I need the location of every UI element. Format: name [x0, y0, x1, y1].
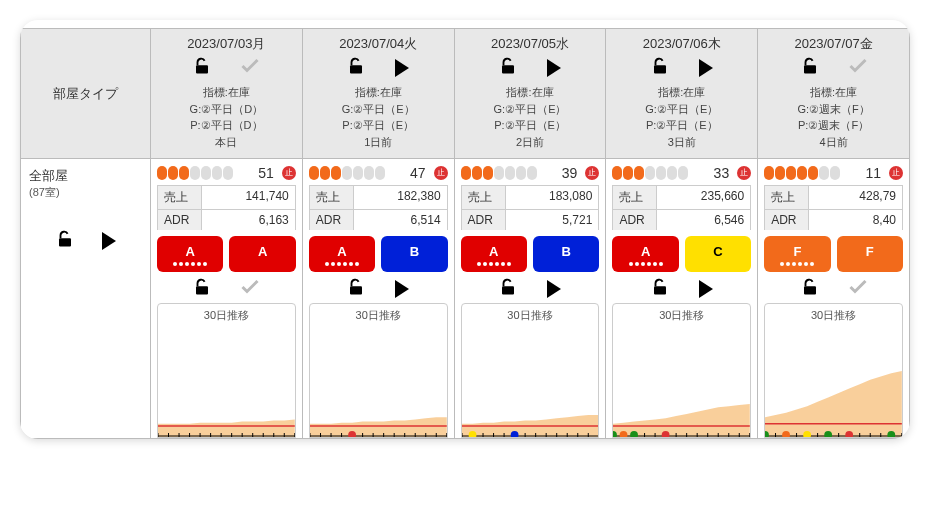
stop-badge[interactable]: 止: [889, 166, 903, 180]
grade-badge-2[interactable]: A: [229, 236, 295, 272]
unlock-icon[interactable]: [193, 278, 211, 299]
occupancy-pill: [353, 166, 363, 180]
trend-chart: 30日推移: [612, 303, 751, 438]
header-roomtype: 部屋タイプ: [21, 29, 151, 159]
stop-badge[interactable]: 止: [585, 166, 599, 180]
occupancy-pills: [764, 166, 840, 180]
unlock-icon[interactable]: [499, 278, 517, 299]
stop-badge[interactable]: 止: [737, 166, 751, 180]
sales-value: 182,380: [354, 186, 447, 209]
occupancy-pill: [483, 166, 493, 180]
occupancy-pill: [645, 166, 655, 180]
col-date: 2023/07/03月: [155, 35, 298, 53]
inventory-number: 51: [258, 165, 276, 181]
occupancy-pill: [168, 166, 178, 180]
unlock-icon[interactable]: [347, 57, 365, 78]
occupancy-pill: [764, 166, 774, 180]
occupancy-pill: [678, 166, 688, 180]
trend-label: 30日推移: [613, 304, 750, 327]
check-icon[interactable]: [241, 280, 259, 297]
col-header-4: 2023/07/07金指標:在庫G:②週末（F）P:②週末（F）4日前: [758, 29, 910, 159]
grade-badge-2[interactable]: B: [381, 236, 447, 272]
sales-row: 売上141,740: [157, 185, 296, 209]
adr-value: 8,40: [809, 210, 902, 230]
occupancy-pill: [494, 166, 504, 180]
sales-label: 売上: [310, 186, 354, 209]
inventory-number: 39: [562, 165, 580, 181]
occupancy-pill: [612, 166, 622, 180]
header-roomtype-label: 部屋タイプ: [53, 86, 118, 101]
stop-badge[interactable]: 止: [434, 166, 448, 180]
dashboard-panel: 部屋タイプ 2023/07/03月指標:在庫G:②平日（D）P:②平日（D）本日…: [20, 20, 910, 439]
check-icon[interactable]: [849, 280, 867, 297]
col-header-1: 2023/07/04火指標:在庫G:②平日（E）P:②平日（E）1日前: [302, 29, 454, 159]
adr-label: ADR: [765, 210, 809, 230]
inventory-table: 部屋タイプ 2023/07/03月指標:在庫G:②平日（D）P:②平日（D）本日…: [20, 28, 910, 439]
occupancy-pill: [623, 166, 633, 180]
grade-badge-2[interactable]: B: [533, 236, 599, 272]
occupancy-pill: [797, 166, 807, 180]
play-icon[interactable]: [699, 280, 713, 298]
col-meta: 指標:在庫G:②平日（E）P:②平日（E）1日前: [307, 84, 450, 150]
cell-3: 33止売上235,660ADR6,546AC30日推移: [606, 159, 758, 439]
sales-row: 売上235,660: [612, 185, 751, 209]
occupancy-pill: [331, 166, 341, 180]
col-header-2: 2023/07/05水指標:在庫G:②平日（E）P:②平日（E）2日前: [454, 29, 606, 159]
grade-badge-1[interactable]: A: [461, 236, 527, 272]
play-icon[interactable]: [547, 280, 561, 298]
unlock-icon[interactable]: [499, 57, 517, 78]
room-name: 全部屋: [29, 167, 142, 185]
unlock-icon[interactable]: [801, 57, 819, 78]
check-icon[interactable]: [241, 59, 259, 76]
occupancy-pill: [309, 166, 319, 180]
play-icon[interactable]: [699, 59, 713, 77]
unlock-icon[interactable]: [801, 278, 819, 299]
play-icon[interactable]: [547, 59, 561, 77]
adr-value: 6,514: [354, 210, 447, 230]
occupancy-pill: [819, 166, 829, 180]
cell-1: 47止売上182,380ADR6,514AB30日推移: [302, 159, 454, 439]
unlock-icon[interactable]: [651, 57, 669, 78]
trend-chart: 30日推移: [764, 303, 903, 438]
sales-value: 428,79: [809, 186, 902, 209]
adr-value: 5,721: [506, 210, 599, 230]
play-icon[interactable]: [102, 232, 116, 250]
room-count: (87室): [29, 185, 142, 200]
grade-badge-1[interactable]: F: [764, 236, 830, 272]
occupancy-pill: [179, 166, 189, 180]
occupancy-pills: [309, 166, 385, 180]
occupancy-pill: [472, 166, 482, 180]
unlock-icon[interactable]: [651, 278, 669, 299]
trend-chart: 30日推移: [309, 303, 448, 438]
adr-row: ADR8,40: [764, 209, 903, 230]
sales-label: 売上: [765, 186, 809, 209]
occupancy-pill: [364, 166, 374, 180]
cell-0: 51止売上141,740ADR6,163AA30日推移: [151, 159, 303, 439]
play-icon[interactable]: [395, 280, 409, 298]
adr-row: ADR6,514: [309, 209, 448, 230]
occupancy-pill: [505, 166, 515, 180]
occupancy-pill: [786, 166, 796, 180]
grade-badge-2[interactable]: C: [685, 236, 751, 272]
check-icon[interactable]: [849, 59, 867, 76]
grade-badge-1[interactable]: A: [157, 236, 223, 272]
unlock-icon[interactable]: [193, 57, 211, 78]
grade-badge-1[interactable]: A: [309, 236, 375, 272]
sales-row: 売上183,080: [461, 185, 600, 209]
adr-label: ADR: [613, 210, 657, 230]
svg-rect-0: [196, 65, 208, 73]
grade-badge-1[interactable]: A: [612, 236, 678, 272]
sales-value: 141,740: [202, 186, 295, 209]
stop-badge[interactable]: 止: [282, 166, 296, 180]
occupancy-pill: [667, 166, 677, 180]
col-date: 2023/07/06木: [610, 35, 753, 53]
play-icon[interactable]: [395, 59, 409, 77]
col-header-0: 2023/07/03月指標:在庫G:②平日（D）P:②平日（D）本日: [151, 29, 303, 159]
inventory-number: 33: [714, 165, 732, 181]
unlock-icon[interactable]: [347, 278, 365, 299]
trend-chart: 30日推移: [157, 303, 296, 438]
trend-label: 30日推移: [310, 304, 447, 327]
sales-label: 売上: [613, 186, 657, 209]
grade-badge-2[interactable]: F: [837, 236, 903, 272]
unlock-icon[interactable]: [56, 230, 74, 251]
